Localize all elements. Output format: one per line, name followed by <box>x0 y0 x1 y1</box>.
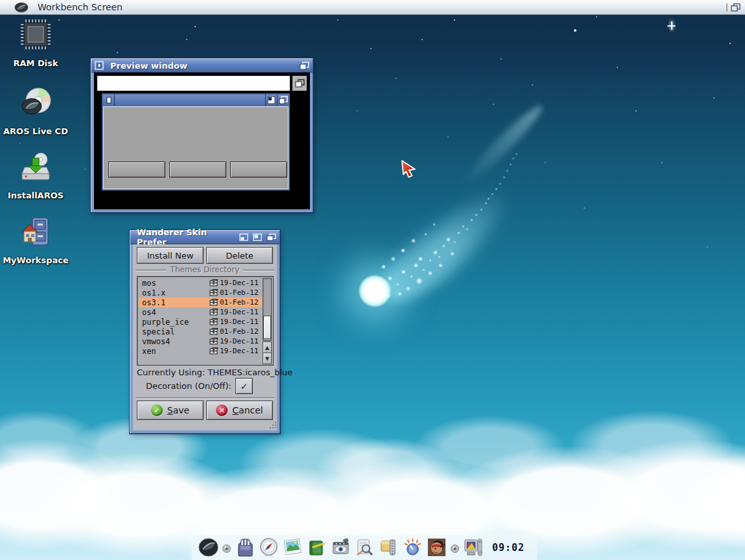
desktop-icon-label: AROS Live CD <box>0 126 71 136</box>
comet-head <box>358 274 392 308</box>
close-gadget-icon[interactable] <box>95 61 104 70</box>
theme-list-item[interactable]: vmwos4 19-Dec-11 2 <box>139 336 262 346</box>
install-drive-icon <box>19 150 52 183</box>
themes-rows: mos 19-Dec-11 2 os1.x 01-Feb-12 1 os3.1 … <box>139 278 262 364</box>
theme-name: vmwos4 <box>139 337 209 346</box>
drawer-icon <box>209 279 219 286</box>
titlebar-separator: | <box>726 3 728 12</box>
dock-item-file-manager[interactable] <box>235 537 255 557</box>
desktop-icon-label: RAM Disk <box>0 58 71 68</box>
skin-prefs-window[interactable]: Wanderer Skin Prefer Install New <box>130 230 280 434</box>
theme-date: 01-Feb-12 1 <box>220 298 262 307</box>
button-divider <box>136 397 274 399</box>
theme-list-item[interactable]: xen 19-Dec-11 2 <box>139 346 262 356</box>
save-button[interactable]: ✓ Save <box>137 401 204 420</box>
themes-directory-label: Themes Directory <box>133 264 277 274</box>
theme-date: 01-Feb-12 1 <box>220 327 262 336</box>
screen-depth-gadget-icon[interactable] <box>731 3 741 12</box>
themes-scrollbar[interactable]: ▲ ▼ <box>263 278 272 364</box>
preview-sample-button-1 <box>108 161 165 178</box>
comet-beam <box>458 100 547 189</box>
decoration-row: Decoration (On/Off): ✓ <box>133 378 277 394</box>
screen-titlebar[interactable]: Workbench Screen | <box>0 0 745 15</box>
dock-item-archiver[interactable] <box>379 537 399 557</box>
cancel-x-icon: ✕ <box>216 404 228 416</box>
preview-window-title: Preview window <box>110 61 187 71</box>
theme-date: 19-Dec-11 2 <box>220 279 262 287</box>
desktop-icon-ram-disk[interactable]: RAM Disk <box>0 18 71 68</box>
theme-name: xen <box>139 347 209 356</box>
theme-name: os3.1 <box>139 298 209 307</box>
drawer-icon <box>209 299 219 306</box>
dock-item-web-browser[interactable] <box>259 537 279 557</box>
iconify-gadget-icon[interactable] <box>239 233 248 241</box>
preview-sample-window <box>102 93 290 191</box>
depth-gadget-icon[interactable] <box>266 233 276 241</box>
theme-list-item[interactable]: os3.1 01-Feb-12 1 <box>139 298 262 307</box>
theme-name: os1.x <box>139 288 209 298</box>
desktop-icon-installaros[interactable]: InstallAROS <box>0 150 71 200</box>
dock-clock: 09:02 <box>492 542 525 554</box>
dock-item-screen-prefs[interactable] <box>463 537 483 557</box>
cloud-puff <box>571 411 733 479</box>
zoom-gadget-icon[interactable] <box>253 233 262 241</box>
decoration-label: Decoration (On/Off): <box>133 381 231 391</box>
dock-item-file-search[interactable] <box>355 537 375 557</box>
theme-name: mos <box>139 279 209 288</box>
prefs-window-content: Install New Delete Themes Directory mos … <box>133 244 277 430</box>
workspace-cabinet-icon <box>19 215 52 248</box>
dock-item-dock-bullet-1[interactable] <box>222 543 231 552</box>
themes-list[interactable]: mos 19-Dec-11 2 os1.x 01-Feb-12 1 os3.1 … <box>137 276 274 366</box>
preview-window-titlebar[interactable]: Preview window <box>91 59 313 73</box>
preview-screenbar <box>97 76 290 91</box>
theme-list-item[interactable]: os4 19-Dec-11 2 <box>139 307 262 317</box>
preview-close-gadget <box>103 95 115 106</box>
preview-sample-titlebar <box>103 95 289 106</box>
desktop-icon-label: InstallAROS <box>0 191 71 200</box>
scroll-down-button[interactable]: ▼ <box>263 353 272 364</box>
depth-gadget-icon[interactable] <box>300 62 309 70</box>
dock-item-text-editor[interactable] <box>307 537 327 557</box>
theme-list-item[interactable]: purple_ice 19-Dec-11 2 <box>139 317 262 327</box>
theme-name: os4 <box>139 308 209 317</box>
theme-list-item[interactable]: mos 19-Dec-11 2 <box>139 278 262 288</box>
install-new-button[interactable]: Install New <box>137 247 204 264</box>
theme-date: 19-Dec-11 2 <box>220 337 262 345</box>
theme-date: 01-Feb-12 1 <box>220 288 262 297</box>
dock-item-game-avatar[interactable] <box>427 537 447 557</box>
prefs-window-titlebar[interactable]: Wanderer Skin Prefer <box>130 231 279 244</box>
theme-list-item[interactable]: special 01-Feb-12 1 <box>139 327 262 336</box>
currently-using-line: Currently Using: THEMES:icaros_blue <box>137 368 276 377</box>
theme-name: special <box>139 327 209 336</box>
scroll-up-button[interactable]: ▲ <box>263 342 272 353</box>
preview-sample-button-3 <box>230 161 287 178</box>
dock[interactable]: 09:02 <box>192 535 537 560</box>
ram-chip-icon <box>19 18 52 51</box>
dock-item-sound-mixer[interactable] <box>403 537 423 557</box>
drawer-icon <box>209 338 219 345</box>
drawer-icon <box>209 289 219 296</box>
preview-zoom-gadget <box>265 95 277 106</box>
delete-button[interactable]: Delete <box>206 247 273 264</box>
preview-window[interactable]: Preview window <box>91 58 313 213</box>
dock-item-image-viewer[interactable] <box>283 537 303 557</box>
preview-screen-depth-gadget <box>292 76 307 91</box>
preview-depth-gadget <box>277 95 289 106</box>
cancel-button[interactable]: ✕ Cancel <box>206 401 273 420</box>
mouse-cursor <box>400 159 417 178</box>
dock-item-media-player[interactable] <box>331 537 351 557</box>
resize-grip[interactable] <box>268 422 276 430</box>
dock-item-dock-bullet-2[interactable] <box>451 543 459 552</box>
aros-logo-icon <box>14 2 29 13</box>
screen-title: Workbench Screen <box>38 2 123 12</box>
desktop-icon-aros-live-cd[interactable]: AROS Live CD <box>0 86 71 136</box>
theme-list-item[interactable]: os1.x 01-Feb-12 1 <box>139 288 262 298</box>
scrollbar-thumb[interactable] <box>263 316 271 339</box>
drawer-icon <box>209 347 219 355</box>
dock-item-aros-menu[interactable] <box>198 537 219 557</box>
desktop-icon-myworkspace[interactable]: MyWorkspace <box>0 215 71 265</box>
decoration-checkbox[interactable]: ✓ <box>235 378 253 394</box>
theme-date: 19-Dec-11 2 <box>220 318 262 326</box>
preview-canvas <box>94 73 310 209</box>
save-check-icon: ✓ <box>151 404 163 416</box>
